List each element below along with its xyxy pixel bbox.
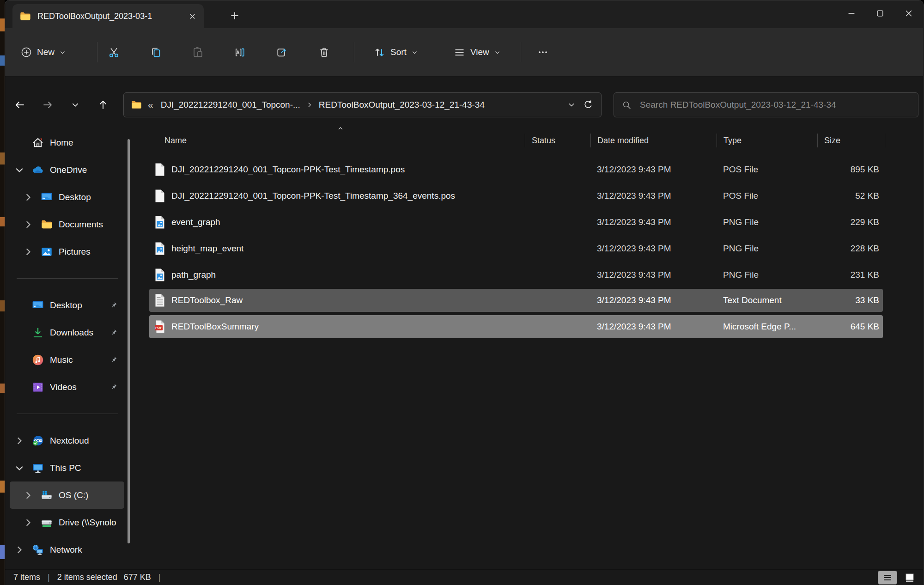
sidebar-item-this-pc[interactable]: This PC <box>10 454 124 481</box>
sidebar-item-home[interactable]: Home <box>10 129 124 156</box>
sidebar-item-documents[interactable]: Documents <box>10 211 124 238</box>
close-icon <box>904 8 914 18</box>
file-date: 3/12/2023 9:43 PM <box>590 295 717 305</box>
address-bar[interactable]: « DJI_202212291240_001_Topcon-...REDTool… <box>123 92 602 117</box>
new-tab-button[interactable] <box>226 7 243 24</box>
column-header-status[interactable]: Status <box>525 134 590 147</box>
sidebar-item-drive-synology[interactable]: Drive (\\Synolo <box>10 509 124 536</box>
tab-close-button[interactable] <box>185 9 199 23</box>
column-header-name[interactable]: Name <box>149 134 525 147</box>
sidebar-item-nextcloud[interactable]: Nextcloud <box>10 427 124 454</box>
file-row[interactable]: REDToolbox_Raw3/12/2023 9:43 PMText Docu… <box>149 289 883 312</box>
chevron-right-icon[interactable] <box>23 219 34 230</box>
pdf-file-icon: PDF <box>154 320 166 334</box>
file-row[interactable]: DJI_202212291240_001_Topcon-PPK-Test_Tim… <box>149 183 883 209</box>
chevron-right-icon[interactable] <box>14 435 25 446</box>
file-date: 3/12/2023 9:43 PM <box>590 191 717 201</box>
file-name: height_map_event <box>171 244 243 254</box>
file-row[interactable]: PDFREDToolBoxSummary3/12/2023 9:43 PMMic… <box>149 315 883 338</box>
file-row[interactable]: event_graph3/12/2023 9:43 PMPNG File229 … <box>149 209 883 235</box>
chevron-down-icon <box>59 49 66 56</box>
chevron-down-icon[interactable] <box>14 165 25 176</box>
sidebar-item-videos[interactable]: Videos <box>10 373 124 401</box>
paste-button[interactable] <box>187 42 208 63</box>
sidebar-item-label: Nextcloud <box>50 436 124 446</box>
sidebar-item-onedrive[interactable]: OneDrive <box>10 156 124 183</box>
status-bar: 7 items | 2 items selected 677 KB | <box>5 569 923 585</box>
rename-button[interactable] <box>229 42 250 63</box>
breadcrumb: DJI_202212291240_001_Topcon-...REDToolBo… <box>158 98 487 112</box>
chevron-right-icon[interactable] <box>14 544 25 555</box>
up-button[interactable] <box>94 96 112 114</box>
file-row[interactable]: height_map_event3/12/2023 9:43 PMPNG Fil… <box>149 235 883 262</box>
chevron-right-icon[interactable] <box>23 246 34 257</box>
rename-icon <box>234 46 246 59</box>
recent-locations-button[interactable] <box>66 96 85 114</box>
column-header-date[interactable]: Date modified <box>590 134 717 147</box>
chevron-right-icon[interactable] <box>23 192 34 203</box>
see-more-button[interactable] <box>532 42 553 63</box>
tab-title: REDToolBoxOutput_2023-03-1 <box>37 12 185 21</box>
pin-icon <box>109 301 118 310</box>
cut-button[interactable] <box>103 42 124 63</box>
network-icon <box>31 543 44 556</box>
breadcrumb-overflow[interactable]: « <box>148 99 153 110</box>
details-view-button[interactable] <box>878 571 897 585</box>
search-input[interactable] <box>639 99 911 110</box>
file-row[interactable]: path_graph3/12/2023 9:43 PMPNG File231 K… <box>149 262 883 288</box>
delete-button[interactable] <box>313 42 334 63</box>
chevron-right-icon[interactable] <box>23 517 34 528</box>
file-type: PNG File <box>717 270 817 280</box>
content-area: HomeOneDriveDesktopDocumentsPicturesDesk… <box>5 123 923 569</box>
sidebar-item-os-c[interactable]: OS (C:) <box>10 481 124 509</box>
sidebar-item-music[interactable]: Music <box>10 346 124 373</box>
chevron-down-icon <box>568 101 575 109</box>
thumbnail-view-button[interactable] <box>900 571 919 585</box>
maximize-button[interactable] <box>866 0 894 26</box>
folder-icon <box>19 10 31 23</box>
documents-icon <box>40 218 53 231</box>
chevron-placeholder <box>14 354 25 366</box>
sidebar-item-pictures[interactable]: Pictures <box>10 238 124 265</box>
sidebar-item-desktop-onedrive[interactable]: Desktop <box>10 183 124 211</box>
chevron-right-icon[interactable] <box>23 490 34 501</box>
minimize-button[interactable] <box>837 0 866 26</box>
breadcrumb-item[interactable]: REDToolBoxOutput_2023-03-12_21-43-34 <box>316 98 487 112</box>
png-file-icon <box>154 215 166 229</box>
share-icon <box>276 46 288 59</box>
file-list-area: NameStatusDate modifiedTypeSize DJI_2022… <box>130 123 923 569</box>
sidebar-item-label: Pictures <box>59 247 124 257</box>
file-row[interactable]: DJI_202212291240_001_Topcon-PPK-Test_Tim… <box>149 156 883 183</box>
back-button[interactable] <box>11 96 29 114</box>
background-window-sliver <box>0 0 5 585</box>
sidebar-item-label: Videos <box>50 382 106 392</box>
pos-file-icon <box>154 163 166 177</box>
sort-button[interactable]: Sort <box>367 42 424 63</box>
explorer-tab[interactable]: REDToolBoxOutput_2023-03-1 <box>12 4 204 28</box>
new-button[interactable]: New <box>14 42 72 63</box>
refresh-button[interactable] <box>580 97 596 113</box>
share-button[interactable] <box>271 42 292 63</box>
close-icon <box>188 12 196 20</box>
view-button[interactable]: View <box>447 42 507 63</box>
sidebar-item-downloads[interactable]: Downloads <box>10 319 124 346</box>
png-file-icon <box>154 242 166 256</box>
file-date: 3/12/2023 9:43 PM <box>590 165 717 175</box>
sort-ascending-caret[interactable] <box>337 125 344 132</box>
file-name-cell: DJI_202212291240_001_Topcon-PPK-Test_Tim… <box>149 163 525 177</box>
copy-button[interactable] <box>145 42 166 63</box>
forward-button[interactable] <box>38 96 57 114</box>
sidebar-item-network[interactable]: Network <box>10 536 124 563</box>
breadcrumb-item[interactable]: DJI_202212291240_001_Topcon-... <box>158 98 303 112</box>
desktop-icon <box>40 191 53 204</box>
sidebar-separator <box>17 414 118 414</box>
sidebar-item-label: This PC <box>50 463 124 473</box>
chevron-down-icon[interactable] <box>14 463 25 474</box>
column-header-type[interactable]: Type <box>717 134 817 147</box>
column-header-size[interactable]: Size <box>817 134 885 147</box>
address-dropdown-button[interactable] <box>563 97 580 113</box>
close-button[interactable] <box>894 0 923 26</box>
search-box[interactable] <box>614 92 918 117</box>
png-file-icon <box>154 268 166 282</box>
sidebar-item-desktop-pinned[interactable]: Desktop <box>10 292 124 319</box>
